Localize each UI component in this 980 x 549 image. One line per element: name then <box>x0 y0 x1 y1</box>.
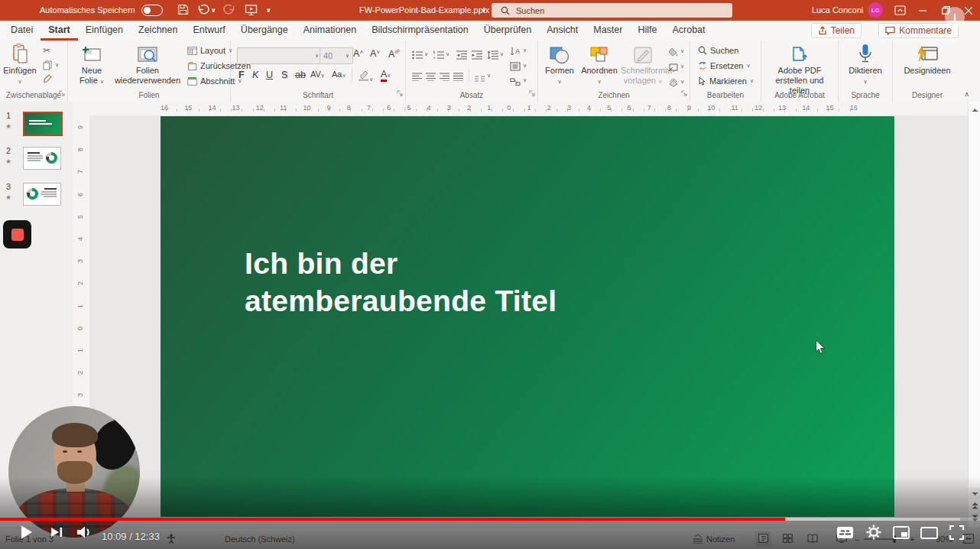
arrange-button[interactable]: Anordnen ∨ <box>578 43 621 87</box>
next-video-button[interactable] <box>49 525 64 543</box>
autosave-toggle[interactable] <box>141 5 163 16</box>
columns-chevron-icon[interactable]: ∨ <box>487 73 491 79</box>
line-spacing-chevron-icon[interactable]: ∨ <box>500 51 504 57</box>
numbered-chevron-icon[interactable]: ∨ <box>446 51 449 57</box>
shape-effects-icon[interactable] <box>668 76 679 90</box>
cut-icon[interactable]: ✂ <box>43 45 50 56</box>
search-box[interactable]: Suchen <box>492 3 732 18</box>
strikethrough-button[interactable]: ab <box>295 70 306 80</box>
share-button[interactable]: Teilen <box>811 23 862 38</box>
adobe-pdf-button[interactable]: Adobe PDF erstellen und teilen <box>769 43 830 96</box>
shape-fill-chevron-icon[interactable]: ∨ <box>680 48 684 54</box>
settings-gear-icon[interactable] <box>865 524 882 544</box>
font-color-button[interactable]: A∨ <box>381 69 391 80</box>
select-button[interactable]: Markieren∨ <box>698 76 754 86</box>
theater-mode-button[interactable] <box>920 527 938 542</box>
video-info-card-icon[interactable]: i <box>945 7 965 27</box>
player-progress-bar[interactable] <box>0 518 980 521</box>
shape-outline-icon[interactable] <box>668 61 679 75</box>
ribbon-tab[interactable]: Übergänge <box>233 21 296 41</box>
smartart-convert-icon[interactable] <box>510 76 521 89</box>
slide-thumbnail-1[interactable] <box>23 112 63 136</box>
grow-font-button[interactable]: A∧ <box>353 48 363 59</box>
clipboard-dialog-launcher-icon[interactable] <box>59 86 65 99</box>
undo-chevron-icon[interactable]: ∨ <box>211 7 216 14</box>
minimize-button[interactable] <box>911 0 934 21</box>
recording-stop-button[interactable] <box>3 220 31 249</box>
align-text-icon[interactable] <box>510 60 521 74</box>
italic-button[interactable]: K <box>252 70 258 80</box>
ribbon-tab[interactable]: Start <box>41 21 77 41</box>
bold-button[interactable]: F <box>239 70 245 80</box>
slide-thumbnail-2[interactable] <box>23 147 61 170</box>
shape-fill-icon[interactable] <box>668 46 679 60</box>
comments-button[interactable]: Kommentare <box>878 23 959 38</box>
ribbon-tab[interactable]: Datei <box>3 21 41 41</box>
numbered-list-icon[interactable] <box>433 49 444 63</box>
text-shadow-button[interactable]: S <box>281 70 287 80</box>
slide-thumbnail-3[interactable] <box>23 183 61 206</box>
underline-button[interactable]: U <box>266 70 273 80</box>
bullet-chevron-icon[interactable]: ∨ <box>424 51 428 57</box>
change-case-button[interactable]: Aa∨ <box>332 70 346 79</box>
increase-indent-icon[interactable] <box>472 49 482 63</box>
align-left-icon[interactable] <box>412 70 422 84</box>
line-spacing-icon[interactable] <box>487 49 498 63</box>
volume-icon[interactable] <box>75 524 93 544</box>
avatar[interactable]: LC <box>868 2 883 18</box>
ribbon-tab[interactable]: Entwurf <box>185 21 232 41</box>
ribbon-tab[interactable]: Überprüfen <box>476 21 540 41</box>
ribbon-display-options-icon[interactable] <box>894 5 906 17</box>
reuse-slides-button[interactable]: Folien wiederverwenden <box>111 43 184 86</box>
undo-icon[interactable] <box>197 4 209 17</box>
ribbon-tab[interactable]: Einfügen <box>78 21 131 41</box>
save-icon[interactable] <box>177 4 189 17</box>
play-button[interactable] <box>16 522 36 545</box>
font-size-combo[interactable]: 40∨ <box>320 47 353 64</box>
paragraph-dialog-launcher-icon[interactable] <box>529 86 535 99</box>
ribbon-tab[interactable]: Acrobat <box>664 21 712 41</box>
ribbon-tab[interactable]: Animationen <box>296 21 365 41</box>
smartart-chevron-icon[interactable]: ∨ <box>523 77 527 83</box>
shape-effects-chevron-icon[interactable]: ∨ <box>680 79 684 85</box>
copy-chevron-icon[interactable]: ∨ <box>55 62 59 68</box>
align-right-icon[interactable] <box>440 70 449 84</box>
columns-icon[interactable] <box>475 72 485 86</box>
text-direction-chevron-icon[interactable]: ∨ <box>523 47 527 54</box>
align-center-icon[interactable] <box>426 70 436 84</box>
fullscreen-button[interactable] <box>949 525 965 544</box>
dictate-button[interactable]: Diktieren ∨ <box>845 43 886 87</box>
replace-button[interactable]: Ersetzen∨ <box>698 61 751 70</box>
ribbon-tab[interactable]: Master <box>586 21 630 41</box>
shrink-font-button[interactable]: A∨ <box>370 48 380 59</box>
copy-icon[interactable] <box>43 60 52 73</box>
shape-outline-chevron-icon[interactable]: ∨ <box>680 63 684 70</box>
format-painter-icon[interactable] <box>43 73 53 87</box>
ribbon-tab[interactable]: Hilfe <box>630 21 664 41</box>
ribbon-tab[interactable]: Bildschirmpräsentation <box>364 21 475 41</box>
find-button[interactable]: Suchen <box>698 46 738 55</box>
layout-button[interactable]: Layout∨ <box>187 46 232 55</box>
character-spacing-button[interactable]: AV∨ <box>310 70 325 79</box>
subtitles-button[interactable] <box>836 526 854 542</box>
shapes-button[interactable]: Formen ∨ <box>541 43 578 87</box>
design-ideas-button[interactable]: Designideen <box>899 43 956 76</box>
scroll-up-icon[interactable] <box>969 104 980 115</box>
ribbon-tab[interactable]: Ansicht <box>539 21 586 41</box>
text-direction-icon[interactable]: A <box>510 45 521 59</box>
document-title[interactable]: FW-PowerPoint-Bad-Example.pptx <box>359 5 489 15</box>
drawing-dialog-launcher-icon[interactable] <box>681 86 687 99</box>
justify-icon[interactable] <box>453 70 463 84</box>
document-title-dropdown-icon[interactable]: ▾ <box>482 7 485 14</box>
user-name[interactable]: Luca Conconi <box>812 5 863 15</box>
slide-title[interactable]: Ich bin der atemberaubende Titel <box>245 245 557 320</box>
decrease-indent-icon[interactable] <box>456 49 467 63</box>
font-name-combo[interactable]: ∨ <box>237 47 323 64</box>
ribbon-tab[interactable]: Zeichnen <box>131 21 185 41</box>
font-dialog-launcher-icon[interactable] <box>397 86 403 99</box>
align-text-chevron-icon[interactable]: ∨ <box>523 63 527 69</box>
present-from-start-icon[interactable] <box>245 4 258 18</box>
collapse-ribbon-icon[interactable]: ∧ <box>964 90 969 98</box>
miniplayer-button[interactable] <box>893 526 910 542</box>
paste-button[interactable]: Einfügen ∨ <box>3 43 37 87</box>
